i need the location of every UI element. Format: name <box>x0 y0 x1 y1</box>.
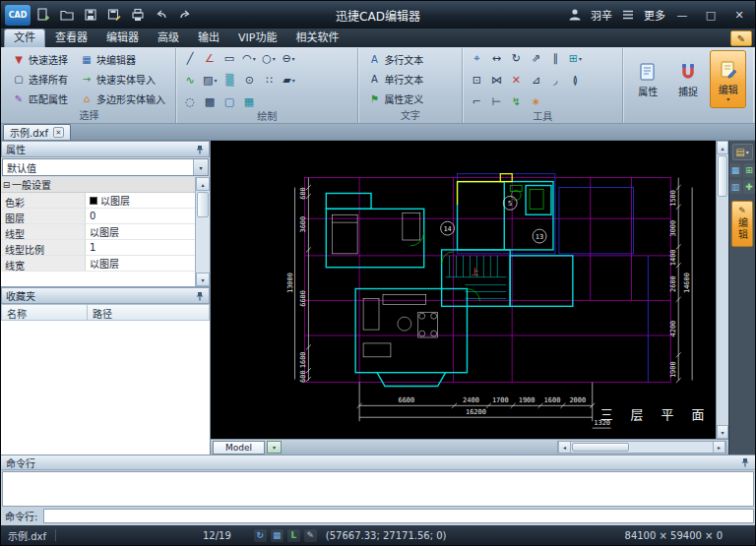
ortho-icon[interactable]: L <box>287 529 300 542</box>
block-editor-button[interactable]: ▦块编辑器 <box>76 50 169 69</box>
draw-polyline-button[interactable]: ∠ <box>201 49 219 67</box>
annotate-icon[interactable]: ✎ <box>304 529 317 542</box>
tab-viewer[interactable]: 查看器 <box>46 30 96 47</box>
user-avatar-icon[interactable] <box>564 5 586 26</box>
layers-panel-icon[interactable]: ▥ <box>729 180 741 194</box>
trim-button[interactable]: ⌐ <box>468 92 485 110</box>
extend-button[interactable]: ⊢ <box>487 92 505 110</box>
dock-panel-menu-button[interactable]: ▤ ▾ <box>732 144 753 160</box>
stretch-button[interactable]: ↯ <box>507 92 525 110</box>
draw-wipeout-button[interactable]: ▰▾ <box>280 71 297 89</box>
command-input[interactable] <box>43 509 754 523</box>
command-history[interactable] <box>2 471 754 507</box>
draw-revision-cloud-button[interactable]: ◌ <box>181 92 199 110</box>
pin-icon[interactable] <box>739 457 750 468</box>
property-grid-scrollbar[interactable]: ▴ ▾ <box>195 177 210 286</box>
scroll-up-icon[interactable]: ▴ <box>196 177 210 191</box>
polygon-entity-input-button[interactable]: ⌂多边形实体输入 <box>76 90 169 108</box>
redo-button[interactable] <box>174 5 196 26</box>
dropdown-arrow-icon[interactable]: ▾ <box>193 159 208 175</box>
new-file-button[interactable] <box>32 5 54 26</box>
drawing-viewport[interactable]: 6600 2400 1700 1900 1600 2000 16200 1320… <box>211 141 716 439</box>
scroll-down-icon[interactable]: ▾ <box>196 273 210 286</box>
attribute-definition-button[interactable]: ⚑属性定义 <box>363 90 427 108</box>
edit-panel-button[interactable]: 编辑 ▾ <box>710 50 746 108</box>
draw-boundary-button[interactable]: ▢ <box>220 92 238 110</box>
property-preset-dropdown[interactable]: 默认值 ▾ <box>2 158 209 176</box>
rotate-button[interactable]: ↻ <box>507 49 525 67</box>
copy-button[interactable]: ⊡ <box>468 71 485 89</box>
property-value[interactable]: 以图层 <box>86 191 195 210</box>
break-button[interactable]: ≬ <box>566 71 584 89</box>
tab-file[interactable]: 文件 <box>4 29 45 47</box>
dock-tab-edit[interactable]: ✎ 编辑 <box>731 201 753 247</box>
tab-related[interactable]: 相关软件 <box>286 30 347 47</box>
pin-icon[interactable] <box>194 290 205 301</box>
offset-button[interactable]: ∥ <box>546 49 564 67</box>
select-all-button[interactable]: ▢选择所有 <box>8 70 72 89</box>
property-value[interactable]: 1 <box>86 240 195 255</box>
tab-editor[interactable]: 编辑器 <box>97 30 148 47</box>
snap-panel-button[interactable]: 捕捉 <box>670 50 707 108</box>
document-tab[interactable]: 示例.dxf ✕ <box>3 124 71 140</box>
draw-ellipse-button[interactable]: ⊖▾ <box>280 49 297 67</box>
mirror-button[interactable]: ⋈ <box>487 71 505 89</box>
fillet-button[interactable]: ◞ <box>546 71 564 89</box>
scroll-left-icon[interactable]: ◂ <box>558 442 571 453</box>
more-button[interactable]: 更多 <box>644 7 665 23</box>
draw-spline-button[interactable]: ∿ <box>181 71 199 89</box>
collapse-icon[interactable]: ⊟ <box>1 180 12 190</box>
vertical-scrollbar[interactable]: ▴ ▾ <box>716 141 728 439</box>
close-button[interactable]: ✕ <box>727 5 751 25</box>
draw-circle-button[interactable]: ○▾ <box>260 49 278 67</box>
horizontal-scrollbar[interactable]: ◂ ▸ <box>557 441 726 454</box>
scrollbar-thumb[interactable] <box>572 443 629 452</box>
favorites-list[interactable] <box>1 321 210 455</box>
scrollbar-thumb[interactable] <box>197 192 209 217</box>
quick-edit-button[interactable]: ✎ <box>730 30 752 46</box>
open-file-button[interactable] <box>56 5 78 26</box>
draw-point-button[interactable]: ∷ <box>260 71 278 89</box>
draw-region-button[interactable]: ▩ <box>201 92 219 110</box>
draw-table-button[interactable]: ▦ <box>240 92 258 110</box>
properties-panel-button[interactable]: 属性 <box>630 50 666 108</box>
erase-button[interactable]: ✕ <box>507 71 525 89</box>
favorites-column-path[interactable]: 路径 <box>88 304 210 321</box>
regen-icon[interactable]: ↻ <box>254 529 267 542</box>
new-item-icon[interactable]: ✚ <box>743 180 755 194</box>
tab-vip[interactable]: VIP功能 <box>229 30 285 47</box>
singleline-text-button[interactable]: A单行文本 <box>363 70 427 89</box>
chamfer-button[interactable]: ⊿ <box>527 71 544 89</box>
add-panel-icon[interactable]: ⊞ <box>743 163 755 177</box>
property-value[interactable]: 以图层 <box>86 222 195 241</box>
property-value[interactable]: 0 <box>86 209 195 223</box>
scroll-right-icon[interactable]: ▸ <box>713 442 725 453</box>
minimize-button[interactable]: — <box>670 5 694 25</box>
multiline-text-button[interactable]: A多行文本 <box>363 50 427 69</box>
tab-advanced[interactable]: 高级 <box>149 30 188 47</box>
scroll-down-icon[interactable]: ▾ <box>717 425 728 439</box>
grid-snap-icon[interactable]: ▦ <box>271 529 284 542</box>
draw-hatch-button[interactable]: ▨▾ <box>201 71 219 89</box>
document-tab-close-icon[interactable]: ✕ <box>53 127 64 138</box>
quick-entity-import-button[interactable]: →快速实体导入 <box>76 70 169 89</box>
model-tab[interactable]: Model <box>213 441 265 455</box>
array-button[interactable]: ⊞▾ <box>566 49 584 67</box>
draw-line-button[interactable]: ╱ <box>181 49 199 67</box>
property-value[interactable]: 以图层 <box>86 254 195 273</box>
maximize-button[interactable]: □ <box>699 5 723 25</box>
match-properties-button[interactable]: ✎匹配属性 <box>8 90 72 108</box>
draw-arc-button[interactable]: ◠▾ <box>240 49 258 67</box>
layout-dropdown-icon[interactable]: ▾ <box>267 441 282 454</box>
floor-plan-drawing[interactable]: 6600 2400 1700 1900 1600 2000 16200 1320… <box>211 141 716 439</box>
menu-hamburger-icon[interactable] <box>617 5 639 26</box>
explode-button[interactable]: ∗ <box>527 92 544 110</box>
draw-gradient-button[interactable]: ▒ <box>220 71 238 89</box>
scale-button[interactable]: ⇗ <box>527 49 544 67</box>
scroll-up-icon[interactable]: ▴ <box>717 141 728 154</box>
blocks-panel-icon[interactable]: ▦ <box>729 163 741 177</box>
save-as-button[interactable] <box>103 5 125 26</box>
draw-donut-button[interactable]: ⊙ <box>240 71 258 89</box>
pin-icon[interactable] <box>194 144 205 154</box>
draw-rectangle-button[interactable]: ▭ <box>220 49 238 67</box>
